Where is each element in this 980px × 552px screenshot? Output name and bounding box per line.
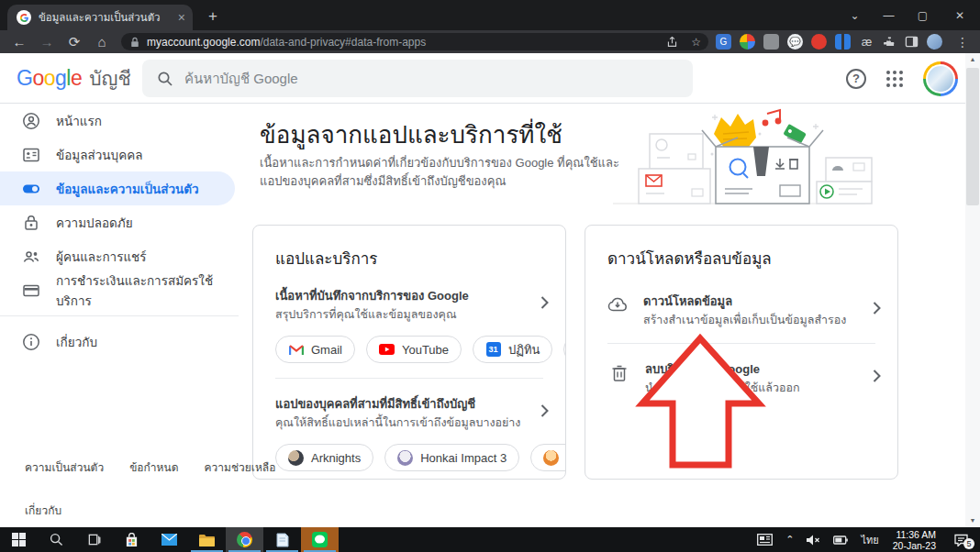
annotation-arrow (633, 330, 767, 470)
scroll-up-icon[interactable]: ▲ (965, 53, 980, 66)
forward-button[interactable]: → (33, 34, 61, 50)
battery-icon[interactable] (829, 527, 852, 552)
notepad-icon (275, 533, 289, 547)
chip-youtube[interactable]: YouTube (366, 336, 462, 363)
ae-extension-icon[interactable]: æ (859, 34, 874, 50)
row-google-services-content[interactable]: เนื้อหาที่บันทึกจากบริการของ Google สรุป… (253, 270, 565, 323)
id-card-icon (22, 146, 40, 164)
home-button[interactable]: ⌂ (88, 34, 116, 50)
language-indicator[interactable]: ไทย (856, 527, 883, 552)
trash-icon (609, 364, 629, 382)
chip-pri-truncated[interactable]: Pri (530, 444, 565, 471)
back-button[interactable]: ← (6, 34, 33, 50)
sidebar-item-label: ความปลอดภัย (56, 213, 133, 233)
google-logo: Google (17, 66, 82, 91)
search-input[interactable] (184, 71, 678, 86)
footer-terms-link[interactable]: ข้อกำหนด (129, 458, 178, 476)
chip-calendar[interactable]: 31 ปฏิทิน (473, 336, 552, 363)
address-bar[interactable]: myaccount.google.com/data-and-privacy#da… (121, 33, 708, 50)
window-close-button[interactable]: ✕ (940, 0, 980, 30)
toggle-icon (22, 180, 40, 198)
footer-privacy-link[interactable]: ความเป็นส่วนตัว (25, 458, 104, 476)
task-view-button[interactable] (75, 527, 113, 552)
new-tab-button[interactable]: + (204, 7, 222, 26)
account-avatar[interactable] (923, 61, 958, 96)
sidebar-item-people-sharing[interactable]: ผู้คนและการแชร์ (0, 239, 239, 273)
arknights-app-icon (288, 450, 304, 466)
taskbar-store-button[interactable] (113, 527, 150, 552)
action-center-button[interactable]: 5 (945, 527, 976, 552)
browser-profile-avatar[interactable] (927, 34, 942, 50)
photos-extension-icon[interactable] (740, 34, 755, 50)
url-text: myaccount.google.com/data-and-privacy#da… (147, 36, 666, 49)
bookmark-star-icon[interactable]: ☆ (691, 36, 701, 49)
scroll-down-icon[interactable]: ▼ (965, 514, 980, 527)
taskbar-chrome-button[interactable] (226, 527, 263, 552)
start-button[interactable] (0, 527, 38, 552)
chip-honkai-impact-3[interactable]: Honkai Impact 3 (384, 444, 519, 471)
taskbar-clock[interactable]: 11:36 AM 20-Jan-23 (887, 529, 941, 551)
chevron-right-icon (540, 296, 549, 309)
extensions-puzzle-icon[interactable] (883, 35, 896, 49)
sidebar-item-label: หน้าแรก (56, 111, 102, 131)
volume-muted-icon[interactable] (802, 527, 825, 552)
row-download-data[interactable]: ดาวน์โหลดข้อมูล สร้างสำเนาข้อมูลเพื่อเก็… (585, 270, 897, 328)
help-icon[interactable]: ? (846, 69, 866, 89)
chip-gmail[interactable]: Gmail (275, 336, 355, 363)
notification-count-badge: 5 (963, 538, 974, 549)
window-minimize-button[interactable]: — (872, 0, 906, 30)
chevron-right-icon (540, 404, 549, 417)
reload-button[interactable]: ⟳ (61, 34, 88, 50)
row-third-party-apps[interactable]: แอปของบุคคลที่สามที่มีสิทธิ์เข้าถึงบัญชี… (253, 379, 565, 431)
chevron-right-icon (873, 370, 881, 382)
tab-close-icon[interactable]: × (178, 11, 185, 24)
folder-icon (199, 534, 215, 546)
chevron-right-icon (873, 302, 881, 315)
page-title: ข้อมูลจากแอปและบริการที่ใช้ (260, 116, 562, 153)
taskbar-file-explorer-button[interactable] (188, 527, 226, 552)
row-subtitle: สร้างสำเนาข้อมูลเพื่อเก็บเป็นข้อมูลสำรอง (643, 313, 863, 329)
google-favicon-icon (17, 10, 31, 25)
taskbar-mail-button[interactable] (150, 527, 188, 552)
row-title: เนื้อหาที่บันทึกจากบริการของ Google (275, 287, 531, 305)
calendar-icon: 31 (485, 342, 501, 358)
taskbar-notepad-button[interactable] (263, 527, 301, 552)
footer-about-link[interactable]: เกี่ยวกับ (25, 502, 61, 519)
row-subtitle: สรุปบริการที่คุณใช้และข้อมูลของคุณ (275, 307, 531, 324)
account-search-box[interactable] (142, 60, 693, 97)
translate-extension-icon[interactable]: G (716, 34, 731, 50)
sidebar-item-label: ผู้คนและการแชร์ (56, 247, 147, 267)
taskbar-line-button[interactable] (301, 527, 339, 552)
sidebar-item-home[interactable]: หน้าแรก (0, 104, 239, 138)
browser-menu-icon[interactable]: ⋮ (956, 35, 969, 50)
sidebar-item-about[interactable]: เกี่ยวกับ (0, 325, 239, 359)
record-extension-icon[interactable] (811, 34, 827, 50)
sidebar-divider (0, 315, 239, 316)
footer-help-link[interactable]: ความช่วยเหลือ (204, 458, 275, 476)
sidebar-item-data-privacy[interactable]: ข้อมูลและความเป็นส่วนตัว (0, 171, 235, 205)
google-apps-grid-icon[interactable] (886, 71, 903, 87)
lock-icon (130, 37, 139, 48)
taskbar-search-button[interactable] (38, 527, 75, 552)
sidebar-item-security[interactable]: ความปลอดภัย (0, 205, 239, 239)
chip-arknights[interactable]: Arknights (275, 444, 373, 471)
card-apps-services: แอปและบริการ เนื้อหาที่บันทึกจากบริการขอ… (252, 225, 566, 480)
share-icon[interactable] (666, 36, 678, 48)
browser-tab[interactable]: ข้อมูลและความเป็นส่วนตัว × (7, 5, 193, 30)
sidebar-item-payments[interactable]: การชำระเงินและการสมัครใช้บริการ (0, 273, 239, 307)
tab-title: ข้อมูลและความเป็นส่วนตัว (39, 9, 171, 26)
scrollbar-thumb[interactable] (966, 68, 979, 205)
tray-expand-icon[interactable]: ⌃ (781, 527, 798, 552)
lock-icon (22, 214, 40, 232)
chip-more-count[interactable]: +5 (563, 336, 565, 363)
side-panel-icon[interactable] (905, 35, 919, 49)
camera-extension-icon[interactable] (763, 34, 779, 50)
bars-extension-icon[interactable] (835, 34, 851, 50)
chip-label: YouTube (402, 343, 449, 357)
window-restore-button[interactable]: ▢ (906, 0, 940, 30)
widgets-icon[interactable] (752, 527, 777, 552)
chat-extension-icon[interactable]: 💬 (787, 34, 803, 50)
sidebar-item-personal-info[interactable]: ข้อมูลส่วนบุคคล (0, 138, 239, 171)
tab-search-icon[interactable]: ⌄ (838, 0, 872, 30)
page-scrollbar[interactable]: ▲ ▼ (965, 53, 980, 527)
